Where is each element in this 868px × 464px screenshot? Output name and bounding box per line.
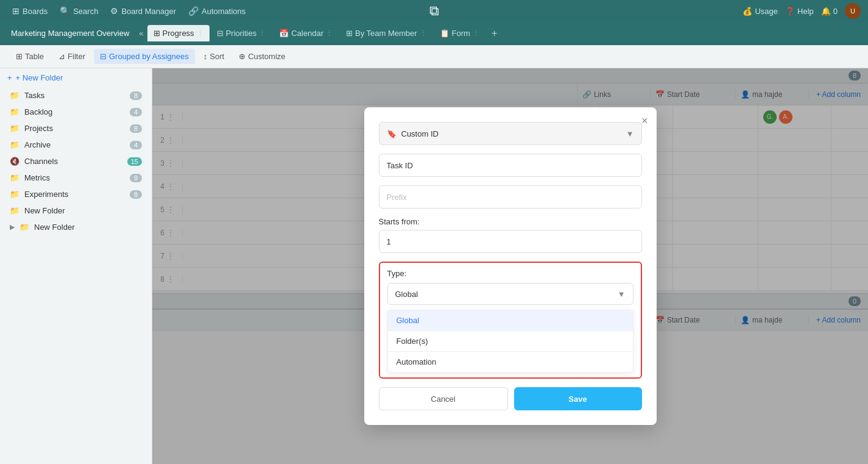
sidebar-item-backlog[interactable]: 📁 Backlog 4 <box>0 104 152 120</box>
type-selected-value: Global <box>395 290 418 299</box>
boards-label: Boards <box>23 7 48 16</box>
chevron-right-icon: ▶ <box>10 223 15 231</box>
sidebar: + + New Folder 📁 Tasks 8 📁 Backlog 4 📁 P… <box>0 68 152 464</box>
content-area: 8 🔗 Links 📅 Start Date 👤 ma hajde + Add … <box>152 68 868 464</box>
tasks-badge: 8 <box>130 91 142 100</box>
customize-button[interactable]: ⊕ Customize <box>233 49 291 64</box>
board-manager-button[interactable]: ⚙ Board Manager <box>105 4 181 18</box>
folder-icon: 📁 <box>10 124 19 133</box>
sort-button[interactable]: ↕ Sort <box>197 49 230 64</box>
type-select[interactable]: Global ▼ <box>387 283 633 305</box>
sidebar-item-archive[interactable]: 📁 Archive 4 <box>0 137 152 153</box>
grouped-by-button[interactable]: ⊟ Grouped by Assignees <box>94 49 195 64</box>
nav-right: 💰 Usage ❓ Help 🔔 0 U <box>743 3 861 19</box>
customize-label: Customize <box>248 52 285 61</box>
experiments-badge: 8 <box>130 190 142 199</box>
main-layout: + + New Folder 📁 Tasks 8 📁 Backlog 4 📁 P… <box>0 68 868 464</box>
sidebar-item-label: Projects <box>24 124 53 133</box>
sidebar-item-newfolder2[interactable]: ▶ 📁 New Folder <box>0 219 152 235</box>
group-icon: ⊟ <box>100 52 107 61</box>
tab-team-menu-icon[interactable]: ⋮ <box>420 29 426 37</box>
field-type-select[interactable]: 🔖 Custom ID ▼ <box>379 122 642 145</box>
search-label: Search <box>73 7 98 16</box>
type-label: Type: <box>387 269 633 278</box>
tab-progress-menu-icon[interactable]: ⋮ <box>197 29 203 37</box>
chevron-down-icon: ▼ <box>618 290 626 299</box>
modal-close-button[interactable]: × <box>641 115 648 127</box>
add-tab-button[interactable]: + <box>487 24 502 43</box>
collapse-button[interactable]: « <box>136 27 146 39</box>
notifications-button[interactable]: 🔔 0 <box>821 7 838 16</box>
modal-overlay: × 🔖 Custom ID ▼ Starts from <box>152 68 868 464</box>
field-type-label: Custom ID <box>401 129 439 138</box>
avatar[interactable]: U <box>845 3 861 19</box>
sidebar-item-label: New Folder <box>34 223 74 232</box>
sidebar-item-tasks[interactable]: 📁 Tasks 8 <box>0 87 152 104</box>
folder-icon: 📁 <box>10 91 19 100</box>
task-id-input[interactable] <box>379 154 642 177</box>
usage-icon: 💰 <box>743 7 752 16</box>
type-dropdown-list: Global Folder(s) Automation <box>387 310 633 373</box>
board-title: Marketing Management Overview <box>5 29 135 38</box>
type-option-folders[interactable]: Folder(s) <box>388 331 633 351</box>
usage-button[interactable]: 💰 Usage <box>743 7 778 16</box>
channels-badge: 15 <box>127 157 142 166</box>
tab-calendar-menu-icon[interactable]: ⋮ <box>326 29 333 37</box>
sidebar-item-label: Archive <box>24 140 51 149</box>
tab-team-icon: ⊞ <box>346 29 353 38</box>
automations-button[interactable]: 🔗 Automations <box>183 4 250 18</box>
chevron-down-icon: ▼ <box>626 129 634 138</box>
folder-icon: 📁 <box>10 206 19 215</box>
boards-icon: ⊞ <box>12 6 19 16</box>
sidebar-item-channels[interactable]: 🔇 Channels 15 <box>0 153 152 170</box>
automations-icon: 🔗 <box>188 6 199 16</box>
board-manager-icon: ⚙ <box>110 6 118 16</box>
tab-team-label: By Team Member <box>355 29 417 38</box>
sidebar-item-experiments[interactable]: 📁 Experiments 8 <box>0 186 152 202</box>
search-button[interactable]: 🔍 Search <box>55 4 103 18</box>
tab-calendar[interactable]: 📅 Calendar ⋮ <box>273 25 339 41</box>
new-folder-label: + New Folder <box>16 73 63 82</box>
tab-form-label: Form <box>452 29 470 38</box>
tab-form-menu-icon[interactable]: ⋮ <box>473 29 479 37</box>
filter-button[interactable]: ⊿ Filter <box>52 49 91 64</box>
starts-from-label: Starts from: <box>379 217 642 226</box>
tab-priorities[interactable]: ⊟ Priorities ⋮ <box>211 25 272 41</box>
bell-icon: 🔔 <box>821 7 831 16</box>
field-type-row: 🔖 Custom ID ▼ <box>379 122 642 145</box>
tab-progress[interactable]: ⊞ Progress ⋮ <box>147 25 210 41</box>
tab-by-team-member[interactable]: ⊞ By Team Member ⋮ <box>340 25 432 41</box>
folder-icon: 📁 <box>10 140 19 149</box>
folder-icon: 📁 <box>10 107 19 116</box>
type-option-global[interactable]: Global <box>388 310 633 330</box>
tab-priorities-menu-icon[interactable]: ⋮ <box>259 29 266 37</box>
sidebar-item-metrics[interactable]: 📁 Metrics 9 <box>0 170 152 186</box>
tab-priorities-label: Priorities <box>226 29 257 38</box>
starts-from-input[interactable] <box>379 230 642 253</box>
table-button[interactable]: ⊞ Table <box>10 49 50 64</box>
grouped-by-label: Grouped by Assignees <box>109 52 189 61</box>
tab-form-icon: 📋 <box>440 29 450 38</box>
tab-form[interactable]: 📋 Form ⋮ <box>434 25 485 41</box>
sidebar-item-newfolder1[interactable]: 📁 New Folder <box>0 202 152 219</box>
folder-icon: 📁 <box>10 190 19 199</box>
toolbar: ⊞ Table ⊿ Filter ⊟ Grouped by Assignees … <box>0 45 868 68</box>
tab-calendar-icon: 📅 <box>279 29 289 38</box>
save-button[interactable]: Save <box>514 387 642 410</box>
prefix-input[interactable] <box>379 185 642 209</box>
cancel-button[interactable]: Cancel <box>379 387 508 410</box>
sidebar-item-label: Metrics <box>24 173 50 182</box>
type-option-automation[interactable]: Automation <box>388 352 633 372</box>
boards-button[interactable]: ⊞ Boards <box>7 4 52 18</box>
muted-icon: 🔇 <box>10 157 19 166</box>
help-button[interactable]: ❓ Help <box>785 7 814 16</box>
search-icon: 🔍 <box>60 6 70 16</box>
sidebar-item-projects[interactable]: 📁 Projects 8 <box>0 120 152 137</box>
custom-id-icon: 🔖 <box>387 129 397 138</box>
tab-priorities-icon: ⊟ <box>217 29 224 38</box>
sidebar-item-label: Backlog <box>24 107 52 116</box>
logo: ⧉ <box>429 3 439 19</box>
customize-icon: ⊕ <box>239 52 245 61</box>
new-folder-button[interactable]: + + New Folder <box>0 68 152 87</box>
sidebar-item-label: Experiments <box>24 190 68 199</box>
